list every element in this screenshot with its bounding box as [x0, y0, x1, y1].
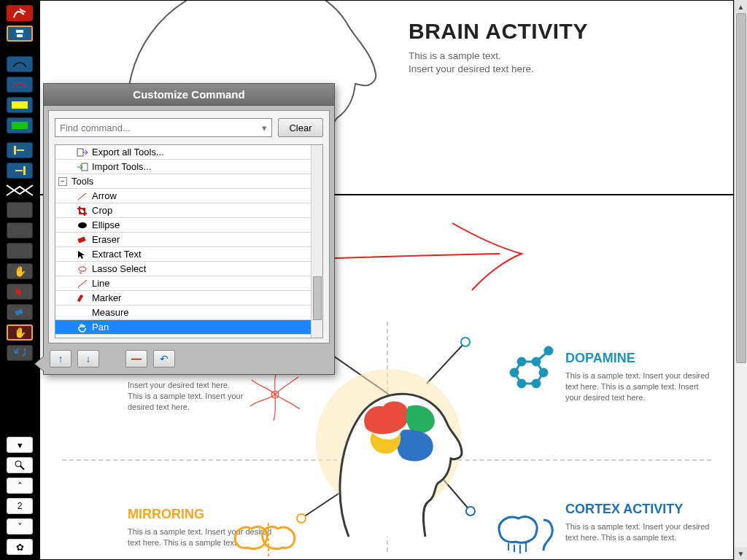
- svg-rect-4: [23, 166, 26, 175]
- svg-rect-27: [77, 149, 83, 156]
- move-up-button[interactable]: ↑: [50, 350, 71, 368]
- svg-point-6: [15, 461, 21, 467]
- tool-undo[interactable]: [7, 345, 33, 361]
- crop-icon: [76, 205, 89, 217]
- svg-line-7: [20, 466, 24, 470]
- clear-button[interactable]: Clear: [278, 118, 323, 137]
- ellipse-icon: [76, 219, 89, 231]
- command-search-combo[interactable]: Find command... ▾: [55, 118, 272, 137]
- tree-scrollbar[interactable]: [311, 145, 322, 338]
- zoom-button[interactable]: [7, 457, 33, 473]
- svg-point-16: [518, 358, 525, 365]
- arrow-icon: [76, 190, 89, 202]
- topic-cortex-heading: CORTEX ACTIVITY: [565, 502, 711, 517]
- page-title: BRAIN ACTIVITY: [409, 19, 715, 44]
- tool-highlight-green[interactable]: [7, 117, 33, 133]
- lasso-icon: [76, 263, 89, 275]
- move-down-button[interactable]: ↓: [77, 350, 99, 368]
- page-next-button[interactable]: ˅: [7, 518, 33, 534]
- svg-rect-2: [17, 34, 23, 37]
- scroll-thumb[interactable]: [736, 13, 746, 363]
- scroll-up-button[interactable]: ▲: [735, 0, 747, 13]
- gear-icon: ✿: [16, 542, 24, 553]
- reset-button[interactable]: ↶: [153, 350, 175, 368]
- topic-cortex: CORTEX ACTIVITY This is a sample text. I…: [565, 502, 711, 543]
- tool-pan-active[interactable]: ✋: [7, 324, 33, 341]
- line-icon: [76, 278, 89, 289]
- tree-item-eraser[interactable]: Eraser: [55, 233, 322, 247]
- tool-highlight-yellow[interactable]: [7, 97, 33, 113]
- save-button[interactable]: [7, 26, 33, 42]
- tool-curve-black[interactable]: [7, 56, 33, 72]
- svg-rect-35: [77, 311, 88, 315]
- svg-point-14: [511, 369, 518, 376]
- tool-pointer[interactable]: [7, 284, 33, 300]
- dialog-callout-arrow: [35, 357, 44, 371]
- tool-align-right[interactable]: [7, 163, 33, 179]
- tree-item-ellipse[interactable]: Ellipse: [55, 218, 322, 233]
- svg-line-33: [78, 280, 87, 287]
- svg-rect-3: [14, 146, 16, 155]
- tree-item-extract[interactable]: TExtract Text: [55, 247, 322, 262]
- tool-curve-red[interactable]: [7, 77, 33, 93]
- page-title-block: BRAIN ACTIVITY This is a sample text. In…: [409, 19, 715, 76]
- tool-slot-1[interactable]: [7, 202, 33, 218]
- node-dot-teal: [460, 337, 471, 347]
- topic-cortex-body: This is a sample text. Insert your desir…: [565, 521, 711, 543]
- toolbar-separator: [5, 184, 34, 197]
- page-subtitle: This is a sample text. Insert your desir…: [409, 50, 715, 76]
- page-prev-button[interactable]: ˄: [7, 478, 33, 494]
- scroll-down-button[interactable]: ▼: [735, 547, 747, 560]
- tree-item-pan[interactable]: Pan: [55, 320, 322, 335]
- topic-dopamine-heading: DOPAMINE: [565, 351, 711, 366]
- remove-button[interactable]: —: [125, 350, 147, 368]
- eraser-icon: [76, 234, 89, 246]
- svg-point-30: [78, 222, 87, 228]
- tree-item-import[interactable]: Import Tools...: [55, 160, 322, 174]
- tree-item-measure[interactable]: Measure: [55, 306, 322, 320]
- tool-pan-red[interactable]: ✋: [7, 263, 33, 279]
- pan-icon: [76, 322, 89, 333]
- head-illustration: [309, 347, 469, 551]
- topic-upperleft-body: Insert your desired text here. This is a…: [128, 380, 244, 413]
- tree-item-crop[interactable]: Crop: [55, 203, 322, 218]
- svg-rect-1: [16, 30, 23, 33]
- vertical-toolbar: ✋ ✋ ▾ ˄ 2 ˅ ✿: [0, 0, 39, 560]
- app-logo-button[interactable]: [7, 5, 33, 21]
- tool-slot-2[interactable]: [7, 222, 33, 238]
- tree-item-marker[interactable]: Marker: [55, 291, 322, 306]
- collapse-icon[interactable]: −: [58, 177, 67, 186]
- svg-rect-31: [77, 236, 85, 243]
- chevron-down-icon: ▾: [262, 122, 267, 133]
- svg-point-21: [545, 347, 552, 354]
- tool-align-left[interactable]: [7, 142, 33, 158]
- mirroring-icon: [228, 520, 301, 560]
- svg-rect-5: [15, 309, 23, 316]
- svg-line-29: [78, 193, 86, 200]
- marker-icon: [76, 292, 89, 304]
- tool-eraser[interactable]: [7, 304, 33, 320]
- command-tree[interactable]: Export all Tools...Import Tools...−Tools…: [55, 144, 323, 338]
- dialog-body: Find command... ▾ Clear Export all Tools…: [48, 110, 330, 343]
- molecule-icon: [496, 343, 554, 402]
- export-icon: [76, 147, 89, 158]
- settings-button[interactable]: ✿: [7, 539, 33, 555]
- brain-ear-icon: [492, 511, 558, 555]
- vertical-scrollbar[interactable]: ▲ ▼: [734, 0, 747, 560]
- tree-item-line[interactable]: Line: [55, 276, 322, 291]
- command-search-placeholder: Find command...: [60, 122, 131, 133]
- topic-upperleft: Insert your desired text here. This is a…: [128, 380, 244, 413]
- page-number-display[interactable]: 2: [7, 498, 33, 514]
- svg-point-18: [518, 380, 525, 387]
- tree-item-lasso[interactable]: Lasso Select: [55, 262, 322, 276]
- extract-icon: T: [76, 249, 89, 260]
- tree-item-export[interactable]: Export all Tools...: [55, 145, 322, 160]
- dialog-footer: ↑ ↓ — ↶: [44, 343, 334, 374]
- tree-group-tools[interactable]: −Tools: [55, 174, 322, 189]
- import-icon: [76, 161, 89, 173]
- dialog-title[interactable]: Customize Command: [44, 84, 334, 106]
- tree-scroll-thumb[interactable]: [313, 276, 322, 320]
- expand-down-button[interactable]: ▾: [7, 437, 33, 453]
- tree-item-arrow[interactable]: Arrow: [55, 189, 322, 203]
- tool-slot-3[interactable]: [7, 243, 33, 259]
